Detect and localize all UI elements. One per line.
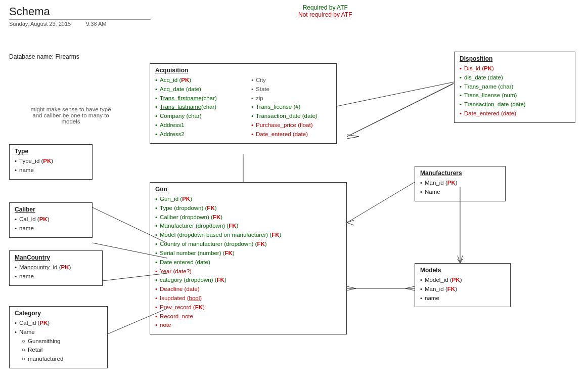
- acq-city: • City: [251, 76, 337, 85]
- svg-line-7: [347, 223, 354, 225]
- acq-row-3: • Trans_firstname(char): [155, 94, 246, 103]
- man-row-2: • Name: [420, 188, 500, 197]
- svg-line-6: [347, 220, 354, 223]
- entity-manufacturers: Manufacturers • Man_id (PK) • Name: [415, 166, 506, 201]
- page-title: Schema: [9, 5, 579, 18]
- gun-row-1: • Gun_id (PK): [155, 195, 341, 204]
- entity-type-title: Type: [15, 148, 87, 155]
- entity-caliber-title: Caliber: [15, 206, 87, 213]
- svg-line-1: [347, 83, 454, 137]
- entity-models-title: Models: [420, 267, 505, 274]
- date-label: Sunday, August 23, 2015: [9, 21, 71, 27]
- gun-row-12: • Isupdated (bool): [155, 294, 341, 303]
- entity-mancountry-title: ManCountry: [15, 254, 97, 261]
- entity-category-title: Category: [15, 310, 102, 317]
- dis-row-2: • dis_date (date): [460, 73, 570, 82]
- acq-row-2: • Acq_date (date): [155, 85, 246, 94]
- gun-row-9: • Year (date?): [155, 267, 341, 276]
- dis-row-3: • Trans_name (char): [460, 82, 570, 92]
- acq-row-6: • Address1: [155, 121, 246, 130]
- dis-row-6: • Date_entered (date): [460, 109, 570, 118]
- svg-line-4: [347, 83, 453, 137]
- gun-row-14: • Record_note: [155, 312, 341, 321]
- dis-row-4: • Trans_license (num): [460, 91, 570, 100]
- gun-row-15: • note: [155, 321, 341, 330]
- entity-disposition: Disposition • Dis_id (PK) • dis_date (da…: [454, 52, 575, 123]
- type-row-2: • name: [15, 166, 87, 175]
- gun-row-4: • Manufacturer (dropdown) (FK): [155, 222, 341, 231]
- mancountry-row-2: • name: [15, 272, 97, 281]
- svg-line-14: [347, 286, 356, 288]
- legend-not-required: Not required by ATF: [298, 11, 352, 18]
- svg-line-9: [458, 259, 460, 263]
- db-label: Database name: Firearms: [9, 53, 79, 60]
- gun-row-3: • Caliber (dropdown) (FK): [155, 213, 341, 222]
- svg-line-5: [347, 182, 415, 223]
- svg-line-12: [460, 256, 463, 263]
- entity-gun: Gun • Gun_id (PK) • Type (dropdown) (FK)…: [150, 182, 347, 334]
- entity-models: Models • Model_id (PK) • Man_id (FK) • n…: [415, 263, 511, 307]
- acq-row-5: • Company (char): [155, 112, 246, 121]
- man-row-1: • Man_id (PK): [420, 179, 500, 188]
- gun-row-10: • category (dropdown) (FK): [155, 276, 341, 285]
- gun-row-11: • Deadline (date): [155, 285, 341, 294]
- dis-row-1: • Dis_id (PK): [460, 64, 570, 73]
- entity-category: Category • Cat_id (PK) • Name ○ Gunsmith…: [9, 306, 108, 368]
- header-date: Sunday, August 23, 2015 9:38 AM: [9, 21, 579, 27]
- category-row-3: ○ Gunsmithing: [15, 337, 102, 346]
- type-row-1: • Type_id (PK): [15, 157, 87, 166]
- entity-gun-title: Gun: [155, 186, 341, 193]
- header: Schema Sunday, August 23, 2015 9:38 AM: [0, 0, 588, 29]
- category-row-5: ○ manufactured: [15, 355, 102, 364]
- svg-line-17: [405, 288, 415, 290]
- acq-purchase-price: • Purchase_price (float): [251, 121, 337, 130]
- time-label: 9:38 AM: [86, 21, 106, 27]
- caliber-row-1: • Cal_id (PK): [15, 215, 87, 224]
- svg-line-10: [460, 259, 463, 263]
- entity-acquisition: Acquisition • Acq_id (PK) • Acq_date (da…: [150, 63, 337, 144]
- acq-transaction-date: • Transaction_date (date): [251, 112, 337, 121]
- acq-trans-license: • Trans_license (#): [251, 103, 337, 112]
- models-row-1: • Model_id (PK): [420, 276, 505, 285]
- acq-zip: • zip: [251, 94, 337, 103]
- entity-manufacturers-title: Manufacturers: [420, 170, 500, 177]
- diagram-area: Database name: Firearms might make sense…: [0, 40, 588, 379]
- entity-mancountry: ManCountry • Mancountry_id (PK) • name: [9, 250, 103, 286]
- acq-date-entered: • Date_entered (date): [251, 130, 337, 139]
- svg-line-11: [458, 256, 460, 263]
- acq-state: • State: [251, 85, 337, 94]
- acq-row-4: • Trans_lastname(char): [155, 103, 246, 112]
- models-row-2: • Man_id (FK): [420, 285, 505, 294]
- entity-type: Type • Type_id (PK) • name: [9, 144, 93, 180]
- svg-line-22: [337, 82, 454, 106]
- legend: Required by ATF Not required by ATF: [298, 4, 352, 18]
- gun-row-8: • Date entered (date): [155, 258, 341, 267]
- gun-row-5: • Model (dropdown based on manufacturer)…: [155, 231, 341, 240]
- entity-disposition-title: Disposition: [460, 55, 570, 62]
- svg-line-3: [347, 137, 359, 139]
- legend-required: Required by ATF: [298, 4, 352, 11]
- dis-row-5: • Transaction_date (date): [460, 100, 570, 109]
- svg-line-2: [347, 135, 359, 137]
- gun-row-7: • Serial number (number) (FK): [155, 249, 341, 258]
- svg-line-16: [405, 286, 415, 288]
- caliber-row-2: • name: [15, 224, 87, 233]
- note-text: might make sense to have type and calibe…: [25, 106, 116, 124]
- entity-acquisition-title: Acquisition: [155, 67, 331, 74]
- category-row-4: ○ Retail: [15, 346, 102, 355]
- svg-line-15: [347, 288, 356, 290]
- entity-caliber: Caliber • Cal_id (PK) • name: [9, 202, 93, 238]
- acq-row-1: • Acq_id (PK): [155, 76, 246, 85]
- category-row-2: • Name: [15, 328, 102, 337]
- gun-row-2: • Type (dropdown) (FK): [155, 204, 341, 213]
- models-row-3: • name: [420, 294, 505, 303]
- category-row-1: • Cat_id (PK): [15, 319, 102, 328]
- acq-row-7: • Address2: [155, 130, 246, 139]
- gun-row-13: • Prev_record (FK): [155, 303, 341, 312]
- mancountry-row-1: • Mancountry_id (PK): [15, 263, 97, 272]
- gun-row-6: • Country of manufacturer (dropdown) (FK…: [155, 240, 341, 249]
